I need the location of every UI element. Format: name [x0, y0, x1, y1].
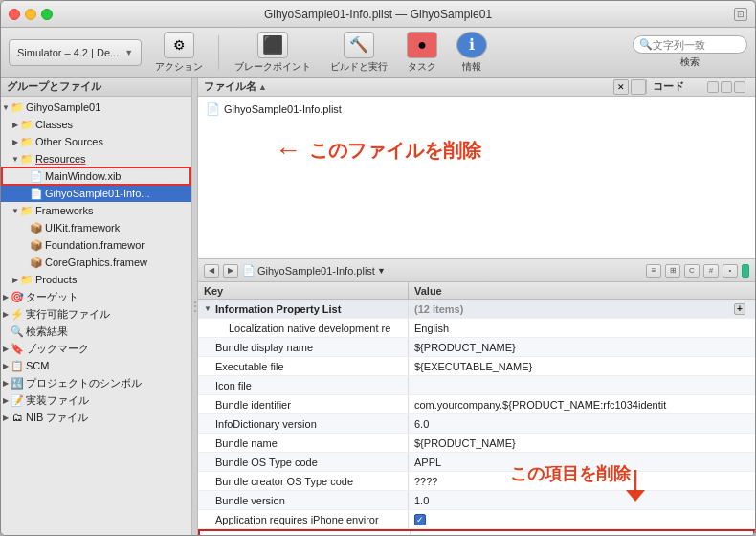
- file-icon: 📄: [30, 187, 43, 200]
- maximize-button[interactable]: [41, 9, 53, 20]
- plist-filename: 📄 GihyoSample01-Info.plist ▼: [242, 264, 386, 277]
- sidebar-item-products[interactable]: 📁 Products: [1, 271, 191, 288]
- plist-cell-value: com.yourcompany.${PRODUCT_NAME:rfc1034id…: [409, 395, 755, 413]
- sidebar-item-resources[interactable]: 📁 Resources: [1, 150, 191, 168]
- file-list-header: ファイル名 ▲ ✕ コード: [198, 78, 755, 97]
- simulator-selector[interactable]: Simulator – 4.2 | De... ▼: [9, 39, 142, 66]
- plist-cell-value: MainWindow: [411, 531, 753, 535]
- plist-ctrl-c[interactable]: C: [684, 264, 700, 278]
- sidebar-item-exec[interactable]: ⚡ 実行可能ファイル: [1, 305, 191, 323]
- sidebar-header: グループとファイル: [1, 78, 191, 97]
- sidebar-item-frameworks[interactable]: 📁 Frameworks: [1, 202, 191, 219]
- plist-ctrl-hash[interactable]: #: [703, 264, 719, 278]
- folder-icon: 📁: [20, 273, 33, 286]
- task-button[interactable]: ● タスク: [401, 30, 443, 76]
- plist-row-10[interactable]: Bundle creator OS Type code ????: [198, 472, 755, 491]
- breakpoint-button[interactable]: ⬛ ブレークポイント: [229, 30, 317, 76]
- plist-cell-key: ▼ Information Property List: [198, 300, 409, 318]
- plist-cell-value: ${PRODUCT_NAME}: [409, 434, 755, 452]
- expand-icon: [1, 378, 11, 388]
- checkbox-icon[interactable]: [414, 514, 426, 525]
- plist-cell-value: English: [409, 319, 755, 337]
- expand-button[interactable]: ⊡: [734, 8, 747, 21]
- toolbar-separator: [218, 35, 219, 70]
- plist-row-12[interactable]: Application requires iPhone enviror: [198, 510, 755, 529]
- plist-row-11[interactable]: Bundle version 1.0: [198, 491, 755, 510]
- run-icon: 🔨: [344, 32, 374, 58]
- simulator-chevron-icon: ▼: [124, 48, 133, 57]
- plist-row-7[interactable]: InfoDictionary version 6.0: [198, 414, 755, 434]
- file-row[interactable]: 📄 GihyoSample01-Info.plist: [198, 100, 755, 118]
- plist-cell-value: ${PRODUCT_NAME}: [409, 338, 755, 356]
- filter-btn[interactable]: ✕: [613, 79, 629, 95]
- sidebar-item-scm[interactable]: 📋 SCM: [1, 357, 191, 374]
- plist-row-8[interactable]: Bundle name ${PRODUCT_NAME}: [198, 434, 755, 453]
- expand-icon: [1, 344, 11, 353]
- simulator-label: Simulator – 4.2 | De...: [17, 47, 119, 58]
- plist-row-2[interactable]: Localization native development re Engli…: [198, 319, 755, 338]
- nib-icon: 🗂: [11, 411, 24, 424]
- sidebar-item-impl[interactable]: 📝 実装ファイル: [1, 391, 191, 409]
- sidebar-item-foundation[interactable]: 📦 Foundation.framewor: [1, 236, 191, 254]
- plist-ctrl-dot[interactable]: •: [723, 264, 738, 278]
- symbol-icon: 🔣: [11, 376, 24, 390]
- sidebar-item-root[interactable]: 📁 GihyoSample01: [1, 99, 191, 116]
- plist-cell-value: [409, 510, 755, 528]
- plist-row-3[interactable]: Bundle display name ${PRODUCT_NAME}: [198, 338, 755, 357]
- info-icon: ℹ: [456, 32, 487, 58]
- plist-row-5[interactable]: Icon file: [198, 376, 755, 395]
- search-input[interactable]: [653, 39, 739, 51]
- expand-icon: [11, 120, 20, 129]
- plist-row-4[interactable]: Executable file ${EXECUTABLE_NAME}: [198, 357, 755, 376]
- plist-cell-key: Bundle identifier: [198, 395, 409, 413]
- plist-controls: ≡ ⊞ C # •: [646, 264, 749, 278]
- sidebar-item-uikit[interactable]: 📦 UIKit.framework: [1, 219, 191, 236]
- plist-table[interactable]: Key Value ▼ Information Property List: [198, 282, 755, 535]
- plist-ctrl-1[interactable]: ≡: [646, 264, 661, 278]
- sidebar-item-symbols[interactable]: 🔣 プロジェクトのシンボル: [1, 374, 191, 391]
- col-value-header: Value: [409, 282, 755, 299]
- plist-row-6[interactable]: Bundle identifier com.yourcompany.${PROD…: [198, 395, 755, 414]
- plist-ctrl-2[interactable]: ⊞: [665, 264, 680, 278]
- plist-lock-icon: [742, 264, 749, 278]
- plist-row-last[interactable]: Main nib file base name MainWindow: [198, 529, 755, 535]
- sidebar-item-coregraphics[interactable]: 📦 CoreGraphics.framew: [1, 254, 191, 271]
- plist-row-root[interactable]: ▼ Information Property List (12 items) +: [198, 300, 755, 319]
- add-item-button[interactable]: +: [734, 303, 745, 315]
- sidebar-item-targets[interactable]: 🎯 ターゲット: [1, 288, 191, 305]
- sidebar-item-search-results[interactable]: 🔍 検索結果: [1, 323, 191, 340]
- run-button[interactable]: 🔨 ビルドと実行: [324, 30, 393, 76]
- search-box: 🔍 検索: [633, 35, 747, 69]
- sidebar-item-bookmarks[interactable]: 🔖 ブックマーク: [1, 340, 191, 357]
- minimize-button[interactable]: [25, 9, 36, 20]
- search-input-wrap[interactable]: 🔍: [633, 35, 747, 54]
- expand-icon: [1, 413, 11, 422]
- col-code-header: [631, 79, 646, 95]
- expand-icon: ▼: [204, 304, 213, 313]
- plist-forward-button[interactable]: ▶: [223, 264, 238, 278]
- file-list-area: ファイル名 ▲ ✕ コード: [198, 78, 755, 259]
- breakpoint-icon: ⬛: [257, 32, 288, 58]
- close-button[interactable]: [9, 9, 20, 20]
- plist-row-9[interactable]: Bundle OS Type code APPL: [198, 453, 755, 472]
- plist-cell-value: 1.0: [409, 491, 755, 509]
- main-content: グループとファイル 📁 GihyoSample01 📁 Classes: [1, 78, 755, 535]
- plist-cell-key: Bundle creator OS Type code: [198, 472, 409, 490]
- expand-icon: [1, 309, 11, 319]
- sidebar-item-infoplist[interactable]: 📄 GihyoSample01-Info...: [1, 185, 191, 202]
- sidebar-item-other-sources[interactable]: 📁 Other Sources: [1, 133, 191, 150]
- plist-cell-value: (12 items) +: [409, 300, 755, 318]
- task-icon: ●: [407, 32, 437, 58]
- sidebar-tree[interactable]: 📁 GihyoSample01 📁 Classes 📁 Other Source…: [1, 97, 191, 535]
- info-button[interactable]: ℹ 情報: [451, 30, 493, 76]
- folder-icon: 📁: [20, 118, 33, 131]
- sidebar-item-classes[interactable]: 📁 Classes: [1, 116, 191, 133]
- plist-cell-key: Bundle name: [198, 434, 409, 452]
- sidebar-item-nib[interactable]: 🗂 NIB ファイル: [1, 409, 191, 426]
- sidebar-item-mainwindow[interactable]: 📄 MainWindow.xib: [1, 168, 191, 185]
- plist-toolbar: ◀ ▶ 📄 GihyoSample01-Info.plist ▼ ≡ ⊞ C #…: [198, 259, 755, 282]
- search-label: 検索: [680, 56, 700, 69]
- plist-back-button[interactable]: ◀: [204, 264, 219, 278]
- impl-icon: 📝: [11, 393, 24, 407]
- action-button[interactable]: ⚙ アクション: [149, 30, 209, 76]
